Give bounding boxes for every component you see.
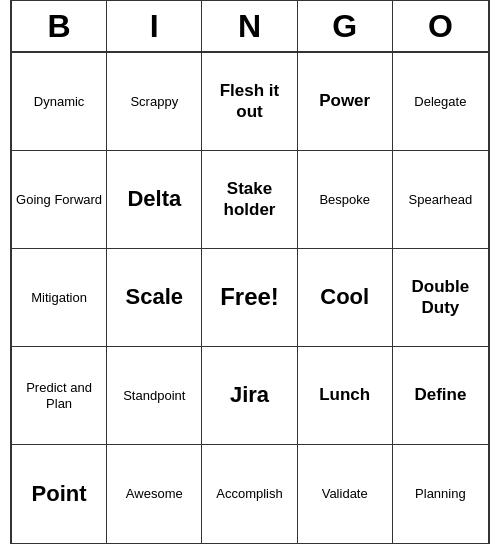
bingo-cell: Point (12, 445, 107, 543)
bingo-card: BINGO DynamicScrappyFlesh it outPowerDel… (10, 0, 490, 544)
header-letter: G (298, 1, 393, 51)
bingo-header: BINGO (12, 1, 488, 53)
bingo-cell: Scrappy (107, 53, 202, 151)
header-letter: O (393, 1, 488, 51)
bingo-cell: Delta (107, 151, 202, 249)
bingo-cell: Planning (393, 445, 488, 543)
header-letter: N (202, 1, 297, 51)
bingo-cell: Free! (202, 249, 297, 347)
bingo-cell: Define (393, 347, 488, 445)
bingo-cell: Accomplish (202, 445, 297, 543)
bingo-cell: Flesh it out (202, 53, 297, 151)
bingo-cell: Delegate (393, 53, 488, 151)
header-letter: B (12, 1, 107, 51)
bingo-cell: Standpoint (107, 347, 202, 445)
bingo-cell: Spearhead (393, 151, 488, 249)
bingo-cell: Bespoke (298, 151, 393, 249)
bingo-cell: Double Duty (393, 249, 488, 347)
bingo-cell: Lunch (298, 347, 393, 445)
bingo-cell: Validate (298, 445, 393, 543)
bingo-cell: Awesome (107, 445, 202, 543)
bingo-cell: Predict and Plan (12, 347, 107, 445)
bingo-grid: DynamicScrappyFlesh it outPowerDelegateG… (12, 53, 488, 543)
bingo-cell: Dynamic (12, 53, 107, 151)
header-letter: I (107, 1, 202, 51)
bingo-cell: Cool (298, 249, 393, 347)
bingo-cell: Stake holder (202, 151, 297, 249)
bingo-cell: Scale (107, 249, 202, 347)
bingo-cell: Jira (202, 347, 297, 445)
bingo-cell: Mitigation (12, 249, 107, 347)
bingo-cell: Going Forward (12, 151, 107, 249)
bingo-cell: Power (298, 53, 393, 151)
